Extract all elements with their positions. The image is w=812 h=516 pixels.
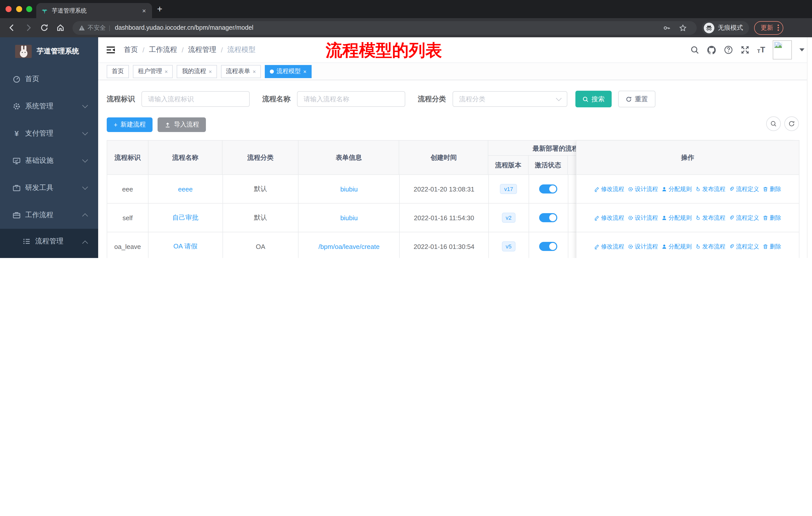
minimize-window-button[interactable] xyxy=(16,6,22,12)
tag-my-process[interactable]: 我的流程 × xyxy=(177,65,217,78)
tag-home[interactable]: 首页 xyxy=(107,65,129,78)
chevron-down-icon xyxy=(82,103,88,108)
tag-process-form[interactable]: 流程表单 × xyxy=(221,65,261,78)
sidebar-item-payment[interactable]: ¥ 支付管理 xyxy=(0,120,98,147)
field-label-process-id: 流程标识 xyxy=(107,94,135,104)
sidebar-item-infra[interactable]: 基础设施 xyxy=(0,147,98,174)
process-name-input[interactable] xyxy=(297,91,405,107)
security-label[interactable]: 不安全 xyxy=(88,23,106,32)
zoom-window-button[interactable] xyxy=(26,6,32,12)
modify-process-link[interactable]: 修改流程 xyxy=(594,243,624,250)
tag-close-icon[interactable]: × xyxy=(165,68,168,74)
forward-icon[interactable] xyxy=(22,21,35,34)
modify-process-link[interactable]: 修改流程 xyxy=(594,214,624,221)
delete-link[interactable]: 删除 xyxy=(763,214,781,221)
navbar: 首页 / 工作流程 / 流程管理 / 流程模型 流程模型的列表 xyxy=(98,37,812,63)
process-category-select[interactable]: 流程分类 xyxy=(453,91,567,107)
browser-menu-icon[interactable] xyxy=(777,24,779,31)
sidebar-item-system[interactable]: 系统管理 xyxy=(0,93,98,120)
url-bar[interactable]: 不安全 | dashboard.yudao.iocoder.cn/bpm/man… xyxy=(72,21,697,34)
page-scrollbar[interactable] xyxy=(807,37,812,258)
home-icon[interactable] xyxy=(54,21,67,34)
publish-process-link[interactable]: 发布流程 xyxy=(695,243,725,250)
form-info-link[interactable]: biubiu xyxy=(340,214,358,221)
breadcrumb-process-management[interactable]: 流程管理 xyxy=(188,45,216,54)
incognito-badge: 无痕模式 xyxy=(702,21,749,34)
close-window-button[interactable] xyxy=(5,6,11,12)
collapse-sidebar-icon[interactable] xyxy=(106,45,116,55)
avatar-dropdown-caret-icon[interactable] xyxy=(800,48,805,51)
reset-button[interactable]: 重置 xyxy=(618,91,656,107)
app-window: 芋道管理系统 首页 系统管理 ¥ 支付管理 xyxy=(0,37,812,258)
github-icon[interactable] xyxy=(707,45,716,55)
version-badge[interactable]: v5 xyxy=(502,241,516,252)
browser-update-button[interactable]: 更新 xyxy=(754,21,783,34)
refresh-icon[interactable] xyxy=(38,21,51,34)
tag-close-icon[interactable]: × xyxy=(253,68,256,74)
publish-process-link[interactable]: 发布流程 xyxy=(695,185,725,193)
create-process-button[interactable]: + 新建流程 xyxy=(107,117,153,132)
tag-process-model[interactable]: 流程模型 × xyxy=(265,65,312,78)
cell-created-time: 2022-01-16 11:54:30 xyxy=(400,203,489,232)
refresh-table-button[interactable] xyxy=(784,116,799,131)
tag-close-icon[interactable]: × xyxy=(303,68,307,74)
process-name-link[interactable]: eeee xyxy=(178,185,193,193)
cell-process-id: self xyxy=(107,203,148,232)
design-process-link[interactable]: 设计流程 xyxy=(628,243,658,250)
breadcrumb-home[interactable]: 首页 xyxy=(124,45,138,54)
import-process-button[interactable]: 导入流程 xyxy=(158,117,206,132)
sidebar-item-devtools[interactable]: 研发工具 xyxy=(0,174,98,201)
list-icon xyxy=(23,237,31,245)
tag-close-icon[interactable]: × xyxy=(209,68,212,74)
bookmark-star-icon[interactable] xyxy=(676,21,689,34)
help-icon[interactable] xyxy=(724,45,733,54)
tab-close-icon[interactable]: × xyxy=(141,7,147,15)
process-definition-link[interactable]: 流程定义 xyxy=(729,243,759,250)
edit-icon xyxy=(594,215,600,220)
assign-rule-link[interactable]: 分配规则 xyxy=(662,243,692,250)
design-process-link[interactable]: 设计流程 xyxy=(628,214,658,221)
process-name-link[interactable]: 自己审批 xyxy=(172,213,199,222)
assign-rule-link[interactable]: 分配规则 xyxy=(662,214,692,221)
fullscreen-icon[interactable] xyxy=(741,45,750,54)
process-definition-link[interactable]: 流程定义 xyxy=(729,185,759,193)
back-icon[interactable] xyxy=(5,21,19,34)
active-toggle[interactable] xyxy=(539,242,557,251)
not-secure-warning-icon xyxy=(79,24,85,31)
tag-tenant[interactable]: 租户管理 × xyxy=(133,65,173,78)
breadcrumb-workflow[interactable]: 工作流程 xyxy=(149,45,177,54)
sidebar-item-process-management[interactable]: 流程管理 xyxy=(0,229,98,254)
modify-process-link[interactable]: 修改流程 xyxy=(594,185,624,193)
sidebar-item-workflow[interactable]: 工作流程 xyxy=(0,201,98,229)
briefcase-icon xyxy=(12,184,21,192)
version-badge[interactable]: v17 xyxy=(500,184,517,194)
briefcase-icon xyxy=(12,211,21,219)
font-size-icon[interactable]: TT xyxy=(757,46,765,54)
active-toggle[interactable] xyxy=(539,213,557,222)
sidebar-item-home[interactable]: 首页 xyxy=(0,65,98,93)
publish-process-link[interactable]: 发布流程 xyxy=(695,214,725,221)
delete-link[interactable]: 删除 xyxy=(763,185,781,193)
url-text[interactable]: dashboard.yudao.iocoder.cn/bpm/manager/m… xyxy=(115,24,659,31)
toggle-search-button[interactable] xyxy=(766,116,781,131)
edit-icon xyxy=(594,244,600,249)
new-tab-button[interactable]: + xyxy=(157,4,162,14)
assign-rule-link[interactable]: 分配规则 xyxy=(662,185,692,193)
yen-icon: ¥ xyxy=(12,130,21,138)
browser-tab[interactable]: 芋道管理系统 × xyxy=(36,3,152,18)
version-badge[interactable]: v2 xyxy=(502,213,516,223)
form-info-link[interactable]: /bpm/oa/leave/create xyxy=(318,243,380,250)
delete-link[interactable]: 删除 xyxy=(763,243,781,250)
process-id-input[interactable] xyxy=(141,91,250,107)
design-process-link[interactable]: 设计流程 xyxy=(628,185,658,193)
avatar[interactable] xyxy=(773,40,792,59)
process-name-link[interactable]: OA 请假 xyxy=(173,242,197,251)
search-icon[interactable] xyxy=(690,45,699,54)
search-button[interactable]: 搜索 xyxy=(575,91,612,107)
sidebar-item-process-form[interactable]: 流程表单 xyxy=(0,254,98,258)
password-key-icon[interactable] xyxy=(660,21,673,34)
breadcrumb-separator: / xyxy=(142,46,144,54)
active-toggle[interactable] xyxy=(539,184,557,193)
form-info-link[interactable]: biubiu xyxy=(340,185,358,193)
process-definition-link[interactable]: 流程定义 xyxy=(729,214,759,221)
